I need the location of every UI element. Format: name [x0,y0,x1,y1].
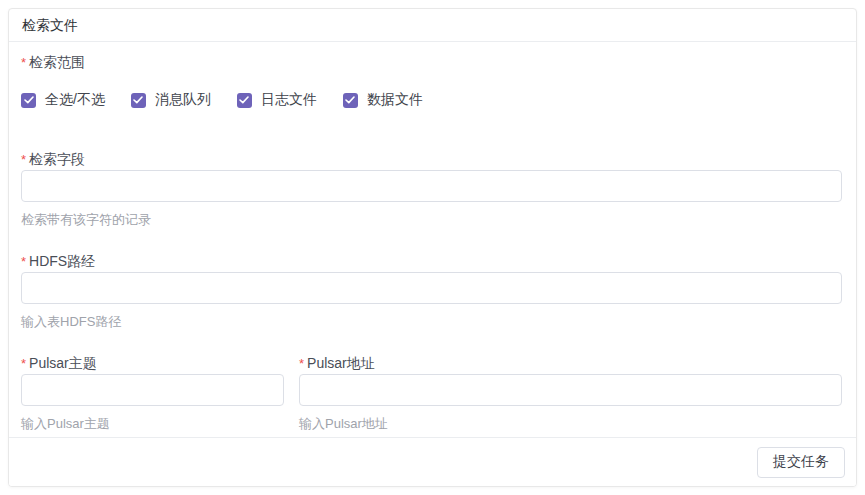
checkbox-checked-icon[interactable] [21,93,36,108]
checkbox-log-file[interactable]: 日志文件 [237,91,317,109]
checkbox-data-file[interactable]: 数据文件 [343,91,423,109]
checkbox-checked-icon[interactable] [343,93,358,108]
checkbox-checked-icon[interactable] [131,93,146,108]
form-item-pulsar-address: *Pulsar地址 输入Pulsar地址 [299,353,842,433]
keyword-label: *检索字段 [21,149,842,170]
form-item-pulsar-topic: *Pulsar主题 输入Pulsar主题 [21,353,284,433]
pulsar-address-label: *Pulsar地址 [299,353,842,374]
required-marker: * [21,152,26,167]
hdfs-path-helper-text: 输入表HDFS路径 [21,313,842,331]
checkbox-label: 全选/不选 [45,91,105,109]
checkbox-label: 数据文件 [367,91,423,109]
required-marker: * [21,356,26,371]
submit-task-button[interactable]: 提交任务 [757,447,845,478]
hdfs-path-input[interactable] [21,272,842,304]
required-marker: * [21,55,26,70]
scope-checkbox-group: 全选/不选 消息队列 日志文件 数据文件 [21,91,842,109]
checkbox-label: 消息队列 [155,91,211,109]
form-item-hdfs-path: *HDFS路经 输入表HDFS路径 [21,251,842,331]
scope-label-text: 检索范围 [29,54,85,70]
required-marker: * [21,254,26,269]
hdfs-path-label: *HDFS路经 [21,251,842,272]
keyword-helper-text: 检索带有该字符的记录 [21,211,842,229]
pulsar-topic-input[interactable] [21,374,284,406]
keyword-label-text: 检索字段 [29,151,85,167]
hdfs-path-label-text: HDFS路经 [29,253,95,269]
card-title: 检索文件 [9,9,856,42]
keyword-input[interactable] [21,170,842,202]
search-form: *检索范围 全选/不选 消息队列 日志文件 数据文件 [9,42,856,437]
checkbox-select-all[interactable]: 全选/不选 [21,91,105,109]
checkbox-message-queue[interactable]: 消息队列 [131,91,211,109]
checkbox-label: 日志文件 [261,91,317,109]
required-marker: * [299,356,304,371]
search-file-card: 检索文件 *检索范围 全选/不选 消息队列 日志文件 [8,8,857,487]
form-row-pulsar: *Pulsar主题 输入Pulsar主题 *Pulsar地址 输入Pulsar地… [21,353,842,433]
pulsar-topic-label: *Pulsar主题 [21,353,284,374]
pulsar-address-helper-text: 输入Pulsar地址 [299,415,842,433]
form-item-scope: *检索范围 全选/不选 消息队列 日志文件 数据文件 [21,52,842,109]
form-item-keyword: *检索字段 检索带有该字符的记录 [21,149,842,229]
pulsar-topic-label-text: Pulsar主题 [29,355,97,371]
checkbox-checked-icon[interactable] [237,93,252,108]
pulsar-address-label-text: Pulsar地址 [307,355,375,371]
pulsar-topic-helper-text: 输入Pulsar主题 [21,415,284,433]
card-footer: 提交任务 [9,437,856,486]
pulsar-address-input[interactable] [299,374,842,406]
scope-label: *检索范围 [21,52,842,73]
